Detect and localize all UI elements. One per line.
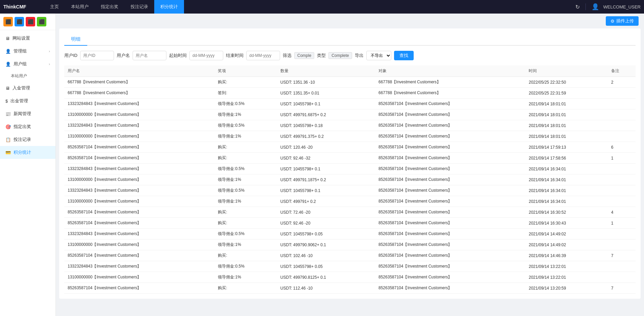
- sidebar-item-designated-award[interactable]: 🎯 指定出奖: [0, 120, 55, 133]
- sidebar-item-label-bet: 投注记录: [14, 136, 31, 143]
- nav-bets[interactable]: 投注记录: [124, 0, 154, 14]
- cell-username: 13100000000【Investment Customers】: [64, 239, 214, 250]
- sidebar-icon-btn-2[interactable]: ⬛: [15, 17, 24, 26]
- cell-award: 购买:: [214, 207, 277, 218]
- table-row: 85263587104【Investment Customers】 购买: US…: [64, 218, 636, 229]
- cell-award: 领导佣金:1%: [214, 196, 277, 207]
- cell-target: 85263587104【Investment Customers】: [375, 153, 525, 164]
- refresh-icon[interactable]: ↻: [575, 4, 580, 10]
- start-time-input[interactable]: [189, 51, 223, 60]
- sidebar-icon-btn-1[interactable]: ⬛: [3, 17, 13, 26]
- sidebar-item-deposit[interactable]: 🖥 入金管理: [0, 82, 55, 94]
- upload-plugin-button[interactable]: ⚙ 插件上传: [606, 16, 639, 26]
- sidebar-icon-bar: ⬛ ⬛ ⬛ ⬛: [0, 14, 55, 30]
- username-input[interactable]: [133, 51, 166, 60]
- content-panel: 明细 用户ID 用户名 起始时间 结束时间 筛选 Comple 类型 Compl…: [59, 28, 641, 299]
- cell-target: 85263587104【Investment Customers】: [375, 185, 525, 196]
- cell-award: 购买:: [214, 153, 277, 164]
- cell-note: 4: [608, 207, 636, 218]
- col-header-note: 备注: [608, 65, 636, 77]
- main-topbar: ⚙ 插件上传: [56, 14, 644, 28]
- sidebar: ⬛ ⬛ ⬛ ⬛ 🖥 网站设置 👤 管理组 › 👤 用户组 › 本站用户: [0, 14, 56, 316]
- nav-award[interactable]: 指定出奖: [95, 0, 124, 14]
- cell-award: 购买:: [214, 142, 277, 153]
- tab-detail[interactable]: 明细: [64, 34, 87, 46]
- table-row: 13323284843【Investment Customers】 领导佣金:0…: [64, 229, 636, 239]
- sidebar-item-withdrawal[interactable]: $ 出金管理: [0, 94, 55, 107]
- sidebar-item-points[interactable]: 💳 积分统计: [0, 146, 55, 159]
- export-select[interactable]: 不导出 导出: [366, 51, 391, 60]
- cell-award: 领导佣金:1%: [214, 174, 277, 185]
- nav-home[interactable]: 主页: [44, 0, 65, 14]
- cell-amount: USDT: 10455798+ 0.18: [277, 120, 375, 131]
- cell-amount: USDT: 499791.6875+ 0.2: [277, 109, 375, 120]
- cell-username: 13100000000【Investment Customers】: [64, 196, 214, 207]
- cell-username: 13323284843【Investment Customers】: [64, 164, 214, 174]
- cell-note: [608, 120, 636, 131]
- cell-award: 领导佣金:0.5%: [214, 185, 277, 196]
- nav-points[interactable]: 积分统计: [154, 0, 184, 14]
- sidebar-subitem-users[interactable]: 本站用户: [0, 70, 55, 82]
- cell-amount: USDT: 92.46 -20: [277, 218, 375, 229]
- cell-username: 85263587104【Investment Customers】: [64, 207, 214, 218]
- end-time-input[interactable]: [246, 51, 280, 60]
- table-row: 13323284843【Investment Customers】 领导佣金:0…: [64, 99, 636, 109]
- cell-target: 85263587104【Investment Customers】: [375, 99, 525, 109]
- sidebar-item-website-settings[interactable]: 🖥 网站设置: [0, 32, 55, 45]
- cell-note: [608, 196, 636, 207]
- cell-amount: USDT: 10455798+ 0.1: [277, 99, 375, 109]
- data-table: 用户名 奖项 数量 对象 时间 备注 667788【Investment Cus…: [64, 65, 636, 294]
- table-row: 13323284843【Investment Customers】 领导佣金:0…: [64, 185, 636, 196]
- sidebar-item-label-usergroup: 用户组: [14, 61, 27, 67]
- cell-note: [608, 272, 636, 283]
- user-avatar-icon: 👤: [592, 3, 599, 10]
- filter-tag-comple: Comple: [294, 52, 314, 59]
- sidebar-icon-btn-4[interactable]: ⬛: [37, 17, 46, 26]
- cell-target: 85263587104【Investment Customers】: [375, 283, 525, 294]
- sidebar-item-bet-records[interactable]: 📋 投注记录: [0, 133, 55, 146]
- cell-note: 7: [608, 250, 636, 261]
- sidebar-item-user-group[interactable]: 👤 用户组 ›: [0, 58, 55, 70]
- table-row: 13100000000【Investment Customers】 领导佣金:1…: [64, 131, 636, 142]
- cell-amount: USDT: 10455798+ 0.05: [277, 229, 375, 239]
- cell-award: 购买:: [214, 218, 277, 229]
- sidebar-icon-btn-3[interactable]: ⬛: [26, 17, 35, 26]
- cell-award: 领导佣金:1%: [214, 131, 277, 142]
- sidebar-item-label-award: 指定出奖: [14, 124, 31, 130]
- search-button[interactable]: 查找: [394, 51, 414, 60]
- award-icon: 🎯: [5, 124, 11, 129]
- cell-amount: USDT: 120.46 -20: [277, 142, 375, 153]
- cell-time: 2021/09/14 18:01:01: [525, 109, 607, 120]
- sidebar-item-news[interactable]: 📰 新闻管理: [0, 107, 55, 120]
- cell-award: 领导佣金:1%: [214, 239, 277, 250]
- user-id-input[interactable]: [80, 51, 114, 60]
- cell-award: 领导佣金:1%: [214, 272, 277, 283]
- cell-target: 85263587104【Investment Customers】: [375, 120, 525, 131]
- cell-time: 2021/09/14 17:58:56: [525, 153, 607, 164]
- cell-note: 2: [608, 77, 636, 88]
- table-row: 13100000000【Investment Customers】 领导佣金:1…: [64, 174, 636, 185]
- cell-time: 2021/09/14 16:34:01: [525, 185, 607, 196]
- cell-time: 2021/09/14 14:46:39: [525, 250, 607, 261]
- table-row: 667788【Investment Customers】 购买: USDT: 1…: [64, 77, 636, 88]
- cell-time: 2021/09/14 16:34:01: [525, 174, 607, 185]
- cell-target: 85263587104【Investment Customers】: [375, 272, 525, 283]
- cell-amount: USDT: 1351.36 -10: [277, 77, 375, 88]
- cell-time: 2021/09/14 13:20:59: [525, 283, 607, 294]
- cell-note: [608, 174, 636, 185]
- cell-amount: USDT: 10455798+ 0.1: [277, 185, 375, 196]
- cell-time: 2022/05/25 22:31:59: [525, 88, 607, 99]
- nav-users[interactable]: 本站用户: [65, 0, 95, 14]
- nav-items: 主页 本站用户 指定出奖 投注记录 积分统计: [44, 0, 575, 14]
- sidebar-item-label-news: 新闻管理: [14, 111, 31, 117]
- cell-amount: USDT: 10455798+ 0.05: [277, 261, 375, 272]
- cell-target: 667788【Investment Customers】: [375, 77, 525, 88]
- cell-time: 2021/09/14 16:34:01: [525, 164, 607, 174]
- cell-time: 2021/09/14 13:22:01: [525, 261, 607, 272]
- sidebar-item-admin-group[interactable]: 👤 管理组 ›: [0, 45, 55, 58]
- cell-award: 领导佣金:0.5%: [214, 164, 277, 174]
- cell-award: 领导佣金:0.5%: [214, 261, 277, 272]
- col-header-time: 时间: [525, 65, 607, 77]
- cell-note: 1: [608, 153, 636, 164]
- points-icon: 💳: [5, 150, 11, 155]
